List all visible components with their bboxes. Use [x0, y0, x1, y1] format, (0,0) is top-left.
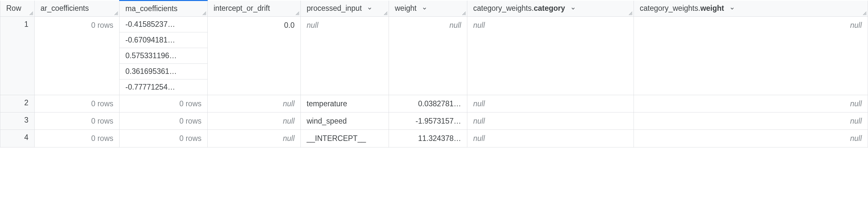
cell-ma-coefficients[interactable]: 0 rows	[120, 113, 208, 130]
resize-handle-icon[interactable]	[202, 11, 207, 16]
cell-ar-coefficients[interactable]: 0 rows	[35, 130, 120, 147]
cell-category-weight[interactable]: null	[634, 130, 868, 147]
col-header-row[interactable]: Row	[0, 1, 35, 17]
header-row: Row ar_coefficients ma_coefficients inte…	[0, 1, 868, 17]
col-header-label: intercept_or_drift	[214, 4, 270, 12]
col-header-category-weight[interactable]: category_weights.weight	[634, 1, 868, 17]
resize-handle-icon[interactable]	[114, 11, 118, 16]
row-number: 3	[0, 113, 35, 130]
cell-ma-coefficients[interactable]: 0 rows	[120, 95, 208, 113]
cell-category[interactable]: null	[467, 95, 634, 113]
array-item: 0.361695361…	[120, 63, 207, 79]
array-item: -0.77771254…	[120, 79, 207, 95]
cell-processed-input[interactable]: __INTERCEPT__	[301, 130, 389, 147]
null-value: null	[301, 17, 389, 34]
col-header-label: processed_input	[307, 4, 362, 12]
table-row: 20 rows0 rowsnulltemperature0.0382781…nu…	[0, 95, 868, 113]
cell-category-weight[interactable]: null	[634, 95, 868, 113]
null-value: null	[634, 17, 868, 34]
cell-weight[interactable]: 11.324378…	[389, 130, 467, 147]
cell-category[interactable]: null	[467, 17, 634, 95]
null-value: null	[208, 95, 301, 112]
col-header-processed-input[interactable]: processed_input	[301, 1, 389, 17]
cell-ma-coefficients[interactable]: -0.41585237…-0.67094181…0.575331196…0.36…	[120, 17, 208, 95]
col-header-intercept-or-drift[interactable]: intercept_or_drift	[208, 1, 301, 17]
null-value: null	[467, 130, 633, 147]
array-item: -0.41585237…	[120, 17, 207, 32]
cell-value: 11.324378…	[389, 130, 467, 147]
cell-intercept-or-drift[interactable]: null	[208, 130, 301, 147]
null-value: null	[208, 113, 301, 129]
results-table: Row ar_coefficients ma_coefficients inte…	[0, 0, 868, 147]
cell-value: __INTERCEPT__	[301, 130, 389, 147]
col-header-label-bold: weight	[700, 4, 724, 12]
cell-processed-input[interactable]: temperature	[301, 95, 389, 113]
array-item: -0.67094181…	[120, 32, 207, 48]
resize-handle-icon[interactable]	[29, 11, 33, 16]
col-header-label: weight	[395, 4, 416, 12]
table-row: 30 rows0 rowsnullwind_speed-1.9573157…nu…	[0, 113, 868, 130]
null-value: null	[467, 17, 633, 34]
col-header-label-bold: category	[534, 4, 565, 12]
chevron-down-icon[interactable]	[570, 4, 576, 13]
row-number: 1	[0, 17, 35, 95]
row-number: 4	[0, 130, 35, 147]
cell-ar-coefficients[interactable]: 0 rows	[35, 95, 120, 113]
resize-handle-icon[interactable]	[383, 11, 388, 16]
zero-rows: 0 rows	[35, 113, 119, 129]
col-header-ma-coefficients[interactable]: ma_coefficients	[120, 1, 208, 17]
cell-intercept-or-drift[interactable]: null	[208, 113, 301, 130]
chevron-down-icon[interactable]	[367, 4, 372, 13]
zero-rows: 0 rows	[120, 95, 207, 112]
zero-rows: 0 rows	[35, 95, 119, 112]
col-header-category[interactable]: category_weights.category	[467, 1, 634, 17]
resize-handle-icon[interactable]	[295, 11, 300, 16]
cell-category[interactable]: null	[467, 130, 634, 147]
cell-category-weight[interactable]: null	[634, 113, 868, 130]
cell-category[interactable]: null	[467, 113, 634, 130]
cell-processed-input[interactable]: null	[301, 17, 389, 95]
zero-rows: 0 rows	[35, 17, 119, 34]
col-header-label-prefix: category_weights.	[640, 4, 700, 12]
zero-rows: 0 rows	[120, 113, 207, 129]
resize-handle-icon[interactable]	[461, 11, 466, 16]
cell-processed-input[interactable]: wind_speed	[301, 113, 389, 130]
chevron-down-icon[interactable]	[422, 4, 427, 13]
col-header-label: ma_coefficients	[125, 4, 177, 13]
col-header-label-prefix: category_weights.	[473, 4, 534, 12]
cell-ma-coefficients[interactable]: 0 rows	[120, 130, 208, 147]
cell-value: 0.0382781…	[389, 95, 467, 112]
zero-rows: 0 rows	[120, 130, 207, 147]
cell-value: temperature	[301, 95, 389, 112]
col-header-weight[interactable]: weight	[389, 1, 467, 17]
cell-intercept-or-drift[interactable]: null	[208, 95, 301, 113]
null-value: null	[467, 95, 633, 112]
chevron-down-icon[interactable]	[730, 4, 735, 13]
cell-weight[interactable]: -1.9573157…	[389, 113, 467, 130]
cell-weight[interactable]: 0.0382781…	[389, 95, 467, 113]
cell-ar-coefficients[interactable]: 0 rows	[35, 113, 120, 130]
col-header-label: ar_coefficients	[40, 4, 89, 12]
cell-ar-coefficients[interactable]: 0 rows	[35, 17, 120, 95]
null-value: null	[634, 95, 868, 112]
null-value: null	[208, 130, 301, 147]
table-row: 40 rows0 rowsnull__INTERCEPT__11.324378……	[0, 130, 868, 147]
cell-category-weight[interactable]: null	[634, 17, 868, 95]
null-value: null	[389, 17, 467, 34]
cell-value: wind_speed	[301, 113, 389, 129]
zero-rows: 0 rows	[35, 130, 119, 147]
array-item: 0.575331196…	[120, 48, 207, 63]
table-row: 10 rows-0.41585237…-0.67094181…0.5753311…	[0, 17, 868, 95]
resize-handle-icon[interactable]	[628, 11, 632, 16]
col-header-ar-coefficients[interactable]: ar_coefficients	[35, 1, 120, 17]
col-header-label: Row	[6, 4, 21, 12]
null-value: null	[634, 130, 868, 147]
null-value: null	[634, 113, 868, 129]
resize-handle-icon[interactable]	[862, 11, 867, 16]
cell-intercept-or-drift[interactable]: 0.0	[208, 17, 301, 95]
row-number: 2	[0, 95, 35, 113]
cell-value: -1.9573157…	[389, 113, 467, 129]
cell-weight[interactable]: null	[389, 17, 467, 95]
cell-value: 0.0	[208, 17, 301, 34]
null-value: null	[467, 113, 633, 129]
